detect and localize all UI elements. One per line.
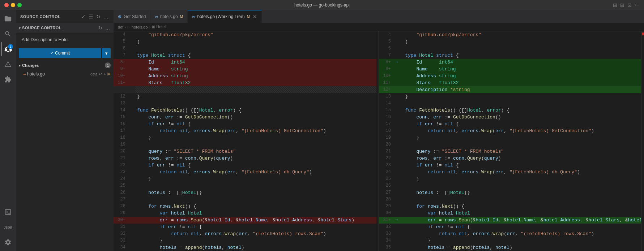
table-row: 20 query := "SELECT * FROM hotels"	[114, 148, 379, 155]
right-editor[interactable]: 4 "github.com/pkg/errors" 5 )	[379, 31, 644, 251]
file-modified-badge: M	[107, 72, 111, 76]
sc-section-title: SOURCE CONTROL	[22, 26, 61, 30]
activity-explorer[interactable]	[1, 12, 15, 26]
commit-dropdown-button[interactable]: ▾	[102, 48, 111, 58]
panel-icon[interactable]: ⊡	[627, 2, 632, 8]
table-row: 11+ Stars float32	[379, 79, 644, 86]
sidebar-main-title: SOURCE CONTROL	[20, 14, 61, 19]
sc-badge: 1	[8, 44, 13, 49]
close-dot[interactable]	[4, 3, 9, 7]
tab-close-button[interactable]: ✕	[253, 14, 257, 20]
table-row: 34 }	[379, 237, 644, 244]
table-row: 14	[379, 100, 644, 107]
tab-icon-hotels-go: ∞	[155, 14, 158, 19]
stage-icon[interactable]: +	[103, 72, 106, 77]
left-editor[interactable]: 4 "github.com/pkg/errors" 5 ) 6	[114, 31, 379, 251]
commit-button[interactable]: ✓ Commit	[19, 48, 101, 58]
breadcrumb: def › ∞ hotels.go › ⊞ Hotel	[114, 23, 644, 31]
right-scrollbar[interactable]	[641, 31, 644, 251]
changes-title: Changes	[22, 63, 103, 68]
changes-file-item[interactable]: ∞ hotels.go data ↩ + M	[16, 70, 114, 78]
table-row: 20	[379, 141, 644, 148]
table-row: 30– err = rows.Scan(&hotel.Id, &hotel.Na…	[114, 217, 379, 224]
table-row: 4 "github.com/pkg/errors"	[379, 31, 644, 38]
table-row: 29 var hotel Hotel	[114, 210, 379, 217]
tab-modified-hotels-working: M	[247, 15, 250, 19]
diff-editors: 4 "github.com/pkg/errors" 5 ) 6	[114, 31, 644, 251]
titlebar: hotels.go — go-bookings-api ⊞ ⊟ ⊡ ⋯	[0, 0, 644, 10]
tab-icon-hotels-working: ∞	[192, 14, 195, 19]
commit-message-text: Add Description to Hotel	[19, 36, 111, 44]
table-row: 21 query := "SELECT * FROM hotels"	[379, 148, 644, 155]
table-row: 24 return nil, errors.Wrap(err, "(FetchH…	[379, 169, 644, 176]
maximize-dot[interactable]	[17, 3, 22, 7]
tab-modified-hotels-go: M	[180, 15, 183, 19]
activity-search[interactable]	[1, 27, 15, 41]
activity-settings[interactable]	[1, 235, 15, 250]
table-row: 22 rows, err := conn.Query(query)	[379, 155, 644, 162]
table-row: 9+ Name string	[379, 66, 644, 73]
table-row: 7 type Hotel struct {	[114, 52, 379, 59]
left-minimap	[376, 31, 379, 251]
table-row: 25 }	[379, 176, 644, 182]
sidebar-header-actions: ✓ ☰ ↻ …	[81, 13, 109, 20]
table-row: 8+ → Id int64	[379, 59, 644, 66]
activity-run[interactable]	[1, 57, 15, 72]
table-row: 17 if err != nil {	[379, 121, 644, 127]
split-icon[interactable]: ⊟	[620, 2, 624, 8]
revert-icon[interactable]: ↩	[99, 72, 102, 77]
check-icon[interactable]: ✓	[81, 13, 86, 20]
table-row: 33 return nil, errors.Wrap(err, "(FetchH…	[379, 230, 644, 237]
left-code-lines: 4 "github.com/pkg/errors" 5 ) 6	[114, 31, 379, 251]
table-row: 19 }	[379, 134, 644, 141]
activity-terminal[interactable]	[1, 205, 15, 219]
titlebar-actions: ⊞ ⊟ ⊡ ⋯	[613, 2, 640, 8]
sidebar-header: SOURCE CONTROL ✓ ☰ ↻ …	[16, 10, 114, 23]
table-row: 7 type Hotel struct {	[379, 52, 644, 59]
minimize-dot[interactable]	[11, 3, 15, 7]
table-row: 27	[114, 196, 379, 203]
table-row: 13	[114, 100, 379, 107]
changes-chevron-icon: ▾	[19, 64, 21, 68]
sc-section-actions: ↻ …	[98, 25, 111, 31]
editor-area: ⊕ Get Started ∞ hotels.go M ∞ hotels.go …	[114, 10, 644, 251]
table-row: 14 func FetchHotels() ([]Hotel, error) {	[114, 107, 379, 114]
file-type-icon: ∞	[23, 72, 26, 76]
more-options-icon[interactable]: …	[105, 25, 111, 31]
chevron-down-icon: ▾	[105, 51, 108, 56]
file-type-label: data	[90, 72, 97, 76]
table-row: 5 )	[379, 38, 644, 45]
table-row: 33 }	[114, 237, 379, 244]
activity-json[interactable]: Json	[1, 220, 15, 234]
layout-icon[interactable]: ⊞	[613, 2, 617, 8]
table-row: 22 if err != nil {	[114, 162, 379, 169]
refresh-icon[interactable]: ↻	[98, 25, 103, 31]
activity-source-control[interactable]: 1	[1, 42, 15, 56]
table-row: 26 hotels := []Hotel{}	[114, 189, 379, 196]
sync-icon[interactable]: ↻	[95, 13, 101, 20]
table-row: 21 rows, err := conn.Query(query)	[114, 155, 379, 162]
more-icon[interactable]: …	[103, 13, 109, 20]
file-name: hotels.go	[27, 72, 89, 77]
sc-chevron-icon[interactable]: ▾	[19, 26, 21, 30]
tab-hotels-go[interactable]: ∞ hotels.go M	[150, 10, 188, 23]
commit-button-row: ✓ Commit ▾	[16, 47, 114, 60]
breadcrumb-hotel[interactable]: ⊞ Hotel	[152, 25, 166, 29]
table-row: 10+ Address string	[379, 73, 644, 79]
list-icon[interactable]: ☰	[88, 13, 94, 20]
changes-header[interactable]: ▾ Changes 1	[16, 61, 114, 70]
activity-extensions[interactable]	[1, 72, 15, 87]
breadcrumb-def[interactable]: def	[118, 25, 123, 29]
tab-label-hotels-go: hotels.go	[160, 14, 178, 19]
tab-hotels-working[interactable]: ∞ hotels.go (Working Tree) M ✕	[188, 10, 262, 23]
table-row: 6	[114, 45, 379, 52]
more-icon[interactable]: ⋯	[635, 2, 640, 8]
table-row: 26	[379, 182, 644, 189]
tab-label-hotels-working: hotels.go (Working Tree)	[197, 14, 245, 19]
tabs-bar: ⊕ Get Started ∞ hotels.go M ∞ hotels.go …	[114, 10, 644, 23]
table-row: 19	[114, 141, 379, 148]
table-row: 35 hotels = append(hotels, hotel)	[379, 244, 644, 251]
tab-get-started[interactable]: ⊕ Get Started	[114, 10, 150, 23]
table-row: 28	[379, 196, 644, 203]
breadcrumb-file[interactable]: ∞ hotels.go	[128, 25, 148, 29]
